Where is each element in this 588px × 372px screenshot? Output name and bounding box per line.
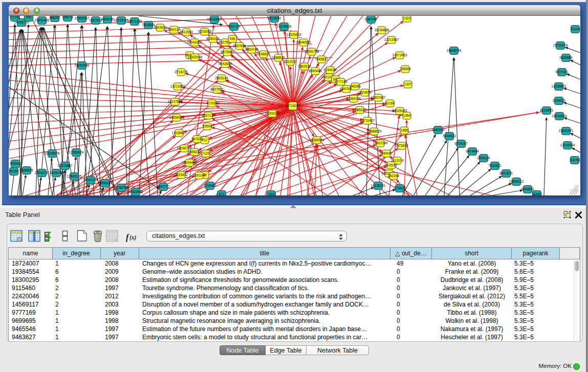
svg-text:9474444: 9474444 <box>466 149 479 153</box>
svg-text:23975867: 23975867 <box>58 164 73 167</box>
svg-text:f: f <box>126 233 129 242</box>
svg-text:9245652: 9245652 <box>521 187 534 191</box>
svg-text:18724007: 18724007 <box>286 104 300 107</box>
svg-text:7129: 7129 <box>202 151 210 155</box>
svg-text:12923448: 12923448 <box>128 190 143 193</box>
svg-text:412: 412 <box>202 138 208 142</box>
svg-text:8912954: 8912954 <box>180 30 193 34</box>
svg-text:1327: 1327 <box>404 82 412 86</box>
svg-text:22420046: 22420046 <box>188 55 203 59</box>
svg-text:935061: 935061 <box>10 162 21 165</box>
svg-text:9227341: 9227341 <box>555 70 569 74</box>
svg-text:1965: 1965 <box>401 128 408 132</box>
svg-text:10807487: 10807487 <box>371 96 386 99</box>
svg-text:2935114: 2935114 <box>477 156 490 160</box>
svg-text:200: 200 <box>26 16 32 19</box>
svg-text:20053346: 20053346 <box>75 63 90 67</box>
svg-text:19166827: 19166827 <box>172 131 187 135</box>
svg-text:7955812: 7955812 <box>315 57 328 61</box>
svg-text:252254: 252254 <box>388 174 399 178</box>
svg-text:28300275: 28300275 <box>265 112 280 115</box>
svg-text:13325419: 13325419 <box>287 33 301 36</box>
svg-text:3716485: 3716485 <box>203 184 216 187</box>
svg-text:16033809: 16033809 <box>207 17 222 21</box>
svg-text:16961758: 16961758 <box>304 50 319 53</box>
svg-text:6466160: 6466160 <box>101 17 114 21</box>
svg-text:1244415: 1244415 <box>552 99 565 102</box>
svg-text:9242848: 9242848 <box>219 62 232 65</box>
svg-text:116753: 116753 <box>569 158 580 162</box>
svg-text:18099488: 18099488 <box>182 161 197 164</box>
svg-text:14136141: 14136141 <box>371 184 386 187</box>
svg-text:5875685: 5875685 <box>221 50 234 54</box>
svg-text:16107554: 16107554 <box>168 100 183 103</box>
svg-text:1691144: 1691144 <box>193 173 206 177</box>
svg-text:12505135: 12505135 <box>67 174 82 178</box>
svg-text:21364436: 21364436 <box>346 97 361 100</box>
svg-text:6794028: 6794028 <box>323 68 337 72</box>
svg-text:8454749: 8454749 <box>245 48 258 51</box>
svg-text:12213383: 12213383 <box>170 84 185 88</box>
svg-text:8660124: 8660124 <box>167 28 181 31</box>
svg-text:5322037: 5322037 <box>284 60 297 63</box>
svg-text:1640954: 1640954 <box>431 128 445 132</box>
svg-text:16210643: 16210643 <box>552 114 567 118</box>
svg-text:92450: 92450 <box>532 192 541 195</box>
svg-text:1615152: 1615152 <box>384 163 398 167</box>
svg-text:39154: 39154 <box>9 169 18 173</box>
svg-text:8498222: 8498222 <box>188 150 201 154</box>
svg-text:19218506: 19218506 <box>277 25 292 28</box>
svg-text:7632621: 7632621 <box>488 164 502 167</box>
svg-text:10046758: 10046758 <box>177 146 192 150</box>
svg-text:5226058: 5226058 <box>198 30 211 33</box>
svg-text:2087682: 2087682 <box>364 17 378 21</box>
svg-text:105174: 105174 <box>62 16 73 19</box>
svg-text:546: 546 <box>230 37 235 40</box>
svg-text:6379197: 6379197 <box>454 142 468 145</box>
svg-text:17016504: 17016504 <box>560 143 575 147</box>
svg-text:746266: 746266 <box>350 84 361 88</box>
svg-text:8990448: 8990448 <box>309 69 322 73</box>
svg-text:1588520: 1588520 <box>272 56 285 59</box>
svg-text:1145194: 1145194 <box>50 171 63 174</box>
svg-text:19958107: 19958107 <box>98 181 113 185</box>
svg-text:10719185: 10719185 <box>114 18 129 22</box>
svg-text:17957225: 17957225 <box>83 178 98 182</box>
svg-text:12213967: 12213967 <box>384 38 399 41</box>
svg-text:15720407: 15720407 <box>360 119 375 122</box>
svg-text:16648784: 16648784 <box>447 49 462 52</box>
svg-text:7663822: 7663822 <box>154 26 167 29</box>
svg-text:7993: 7993 <box>268 192 275 195</box>
svg-text:7986322: 7986322 <box>353 108 366 112</box>
svg-text:15692971: 15692971 <box>559 129 574 133</box>
svg-text:1964: 1964 <box>403 114 411 117</box>
svg-text:10688609: 10688609 <box>367 129 382 133</box>
svg-text:8186328: 8186328 <box>206 37 220 40</box>
svg-text:1975692: 1975692 <box>395 144 408 147</box>
svg-text:16543382: 16543382 <box>187 40 202 44</box>
svg-text:2803144: 2803144 <box>215 76 228 80</box>
svg-text:10973493: 10973493 <box>393 53 407 57</box>
svg-text:5938923: 5938923 <box>443 134 456 138</box>
svg-text:9329966: 9329966 <box>559 56 573 59</box>
svg-text:15751074: 15751074 <box>553 43 568 47</box>
svg-text:12342757: 12342757 <box>35 171 50 174</box>
svg-text:11124: 11124 <box>571 27 579 31</box>
svg-text:20691406: 20691406 <box>35 18 50 22</box>
svg-text:12093872: 12093872 <box>552 84 567 88</box>
svg-text:1322: 1322 <box>403 16 411 20</box>
svg-text:1362615: 1362615 <box>298 64 311 68</box>
svg-text:8471676: 8471676 <box>499 171 513 175</box>
svg-text:7625402: 7625402 <box>175 173 188 177</box>
svg-text:19384554: 19384554 <box>310 138 324 142</box>
svg-text:8813054: 8813054 <box>268 16 281 20</box>
svg-text:16782759: 16782759 <box>114 186 129 189</box>
svg-text:9657771: 9657771 <box>157 185 170 188</box>
svg-text:867833: 867833 <box>191 137 203 141</box>
svg-text:53594: 53594 <box>203 124 212 128</box>
svg-text:18807249: 18807249 <box>373 141 388 145</box>
svg-text:10654112: 10654112 <box>509 180 524 183</box>
svg-text:1156829: 1156829 <box>20 168 33 172</box>
svg-text:1527602: 1527602 <box>89 18 102 22</box>
svg-text:(x): (x) <box>129 234 137 241</box>
